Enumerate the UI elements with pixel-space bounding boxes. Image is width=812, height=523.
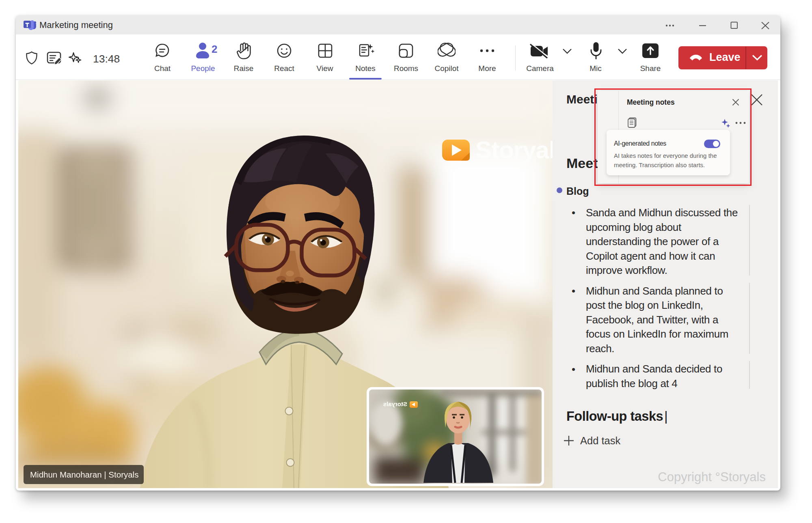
svg-text:Storyals: Storyals [383, 400, 407, 407]
svg-text:Storyals: Storyals [475, 136, 553, 164]
svg-text:2: 2 [212, 43, 217, 55]
svg-text:Midhun Manoharan | Storyals: Midhun Manoharan | Storyals [30, 470, 138, 479]
